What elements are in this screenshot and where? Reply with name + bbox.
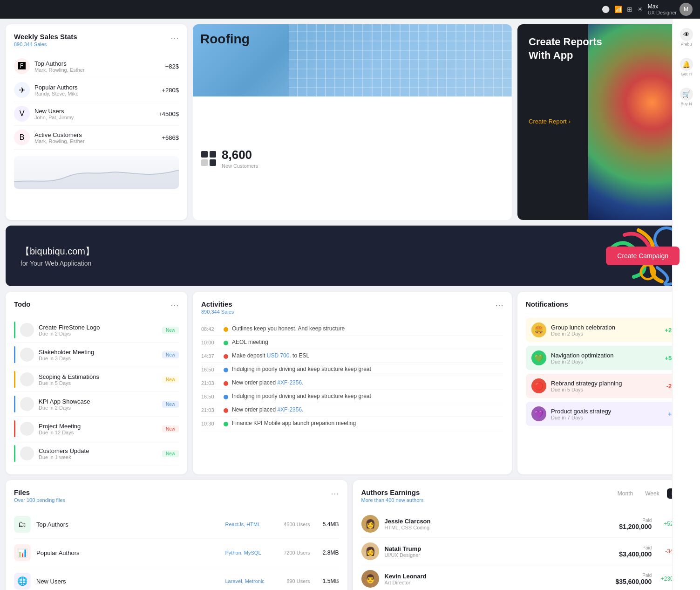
activity-time: 08:42: [201, 325, 220, 332]
small-squares: [201, 151, 216, 166]
new-users-icon: V: [14, 106, 30, 122]
author-amount: $3,400,000: [619, 550, 652, 558]
todo-name: Create FireStone Logo: [39, 324, 157, 331]
create-campaign-button[interactable]: Create Campaign: [606, 247, 680, 265]
activity-dot: [224, 368, 228, 372]
todo-indicator: [14, 346, 15, 363]
todo-name: Scoping & Estimations: [39, 373, 157, 380]
sq-dark-2: [210, 151, 216, 158]
weekly-sales-card: Weekly Sales Stats 890,344 Sales ⋯ 🅿 Top…: [6, 24, 187, 220]
stat-people: John, Pat, Jimmy: [34, 115, 154, 120]
activity-text: Indulging in poorly driving and keep str…: [232, 393, 503, 399]
author-role: Art Director: [385, 580, 610, 585]
todo-avatar: [20, 348, 34, 362]
notif-due: Due in 7 Days: [551, 415, 664, 420]
notif-name: Group lunch celebration: [551, 324, 660, 331]
activity-link[interactable]: #XF-2356.: [277, 379, 303, 386]
file-icon-0: 🗂: [14, 516, 31, 533]
sq-dark-3: [210, 159, 216, 166]
activities-title: Activities: [201, 300, 234, 308]
todo-card: Todo ⋯ Create FireStone Logo Due in 2 Da…: [6, 292, 187, 474]
new-customers-label: New Customers: [222, 163, 258, 169]
campaign-banner: 【biqubiqu.com】 for Your Web Application …: [6, 226, 694, 286]
todo-list: Create FireStone Logo Due in 2 Days New …: [14, 318, 179, 466]
activity-link[interactable]: #XF-2356.: [277, 406, 303, 413]
card-header: Weekly Sales Stats 890,344 Sales ⋯: [14, 33, 179, 47]
weekly-sales-menu[interactable]: ⋯: [170, 33, 179, 43]
todo-item-0: Create FireStone Logo Due in 2 Days New: [14, 318, 179, 343]
stat-value: +4500$: [158, 110, 179, 117]
todo-badge: New: [162, 425, 179, 432]
create-reports-title: Create Reports With App: [529, 35, 683, 62]
activity-link[interactable]: USD 700.: [267, 352, 291, 359]
activity-text: Finance KPI Mobile app launch preparion …: [232, 420, 503, 426]
top-authors-icon: 🅿: [14, 58, 30, 74]
activity-item-7: 10:30 Finance KPI Mobile app launch prep…: [201, 417, 503, 430]
files-menu[interactable]: ⋯: [331, 488, 339, 499]
activity-dot: [224, 327, 228, 332]
stat-item-new-users: V New Users John, Pat, Jimmy +4500$: [14, 102, 179, 126]
new-customers-number: 8,600: [222, 148, 258, 162]
signal-icon[interactable]: 📶: [614, 6, 622, 13]
file-item-2: 🌐 New Users Laravel, Metronic 890 Users …: [14, 567, 339, 590]
activity-item-0: 08:42 Outlines keep you honest. And keep…: [201, 322, 503, 336]
activity-dot: [224, 341, 228, 345]
file-item-1: 📊 Popular Authors Python, MySQL 7200 Use…: [14, 539, 339, 567]
author-item-2: 👨 Kevin Leonard Art Director Paid $35,60…: [361, 565, 686, 590]
roofing-image: Roofing: [193, 24, 512, 96]
roofing-title: Roofing: [200, 32, 250, 47]
notif-item-0: 🍔 Group lunch celebration Due in 2 Days …: [526, 318, 686, 342]
activity-time: 16:50: [201, 393, 220, 399]
arrow-right-icon: ›: [569, 118, 571, 125]
file-icon-1: 📊: [14, 544, 31, 561]
notif-name: Rebrand strategy planning: [551, 380, 662, 387]
notif-icon-3: 💜: [531, 406, 546, 421]
activities-header: Activities 890,344 Sales ⋯: [201, 300, 503, 315]
todo-due: Due in 2 Days: [39, 405, 157, 411]
author-item-0: 👩 Jessie Clarcson HTML, CSS Coding Paid …: [361, 510, 686, 538]
todo-indicator: [14, 445, 15, 462]
search-icon[interactable]: ⚪: [602, 6, 610, 13]
files-title: Files: [14, 488, 65, 496]
todo-menu[interactable]: ⋯: [170, 300, 179, 310]
author-name: Jessie Clarcson: [385, 518, 614, 525]
theme-icon[interactable]: ☀: [637, 6, 643, 13]
avatar[interactable]: M: [680, 3, 693, 16]
notif-icon-0: 🍔: [531, 322, 546, 337]
authors-earnings-card: Authors Earnings More than 400 new autho…: [353, 480, 695, 590]
file-item-0: 🗂 Top Authors ReactJs, HTML 4600 Users 5…: [14, 510, 339, 539]
todo-item-5: Customers Update Due in 1 week New: [14, 441, 179, 466]
weekly-sales-subtitle: 890,344 Sales: [14, 41, 77, 47]
todo-header: Todo ⋯: [14, 300, 179, 310]
user-info: Max UX Designer M: [648, 3, 693, 16]
authors-earnings-header: Authors Earnings More than 400 new autho…: [361, 488, 686, 503]
author-amount: $1,200,000: [619, 523, 652, 530]
notif-icon-1: 💚: [531, 350, 546, 365]
notifications-card: Notifications ⋯ 🍔 Group lunch celebratio…: [517, 292, 694, 474]
activities-subtitle: 890,344 Sales: [201, 309, 234, 315]
todo-name: Project Meeting: [39, 423, 157, 430]
activity-time: 16:50: [201, 366, 220, 372]
grid-icon[interactable]: ⊞: [627, 6, 632, 13]
create-report-link[interactable]: Create Report ›: [529, 118, 683, 125]
activities-menu[interactable]: ⋯: [495, 300, 503, 310]
todo-name: KPI App Showcase: [39, 398, 157, 405]
activity-dot: [224, 395, 228, 399]
building-decoration: [289, 24, 512, 96]
row4: Files Over 100 pending files ⋯ 🗂 Top Aut…: [6, 480, 694, 590]
notif-item-3: 💜 Product goals strategy Due in 7 Days +…: [526, 402, 686, 426]
todo-avatar: [20, 323, 34, 337]
files-header: Files Over 100 pending files ⋯: [14, 488, 339, 503]
activity-time: 14:37: [201, 352, 220, 359]
create-reports-content: Create Reports With App Create Report ›: [517, 24, 694, 136]
activity-time: 10:00: [201, 339, 220, 345]
todo-avatar: [20, 446, 34, 460]
period-week[interactable]: Week: [640, 488, 664, 499]
notif-due: Due in 2 Days: [551, 331, 660, 336]
todo-name: Stakeholder Meeting: [39, 349, 157, 356]
period-month[interactable]: Month: [613, 488, 638, 499]
todo-title: Todo: [14, 300, 31, 308]
activity-dot: [224, 354, 228, 359]
activity-dot: [224, 422, 228, 426]
author-role: HTML, CSS Coding: [385, 525, 614, 530]
